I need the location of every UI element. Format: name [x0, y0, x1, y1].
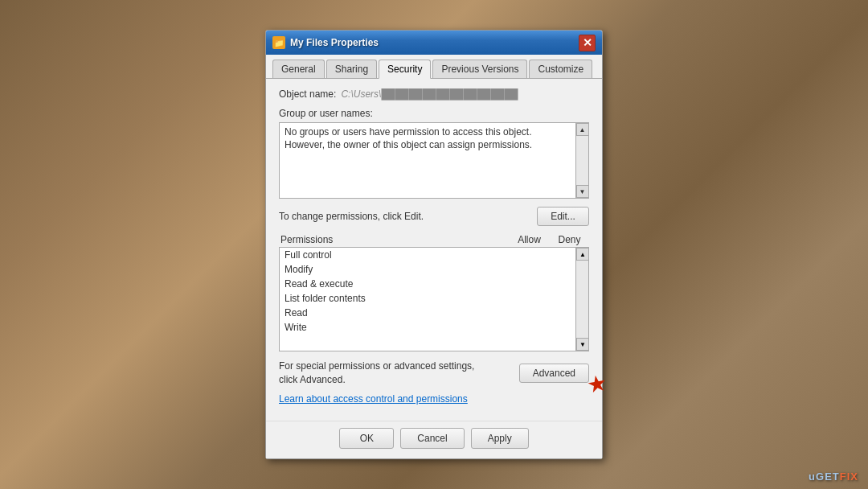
perm-read-execute: Read & execute: [280, 277, 588, 291]
group-section-label: Group or user names:: [279, 108, 589, 119]
permissions-col-header: Permissions: [280, 234, 507, 245]
tab-previous-versions[interactable]: Previous Versions: [432, 60, 527, 78]
tab-content: Object name: C:\Users\██████████████████…: [266, 79, 602, 421]
perm-name: List folder contents: [285, 293, 503, 304]
perm-name: Modify: [285, 264, 503, 275]
perm-full-control: Full control: [280, 248, 588, 262]
change-perms-text: To change permissions, click Edit.: [279, 211, 424, 222]
properties-dialog: 📁 My Files Properties ✕ General Sharing …: [265, 30, 603, 459]
perm-name: Write: [285, 322, 503, 333]
object-name-value: C:\Users\████████████████████: [341, 88, 518, 100]
group-list-text1: No groups or users have permission to ac…: [285, 126, 567, 138]
edit-button[interactable]: Edit...: [537, 207, 589, 226]
watermark-suffix: FIX: [840, 471, 858, 483]
object-name-label: Object name:: [279, 88, 336, 100]
scroll-up-arrow[interactable]: ▲: [576, 123, 589, 136]
tab-sharing[interactable]: Sharing: [326, 60, 377, 78]
apply-button[interactable]: Apply: [471, 428, 529, 449]
cancel-button[interactable]: Cancel: [400, 428, 464, 449]
permissions-listbox[interactable]: Full control Modify Read & execute List …: [279, 247, 589, 351]
tab-customize[interactable]: Customize: [529, 60, 592, 78]
tab-general[interactable]: General: [272, 60, 325, 78]
advanced-text: For special permissions or advanced sett…: [279, 360, 488, 387]
ok-button[interactable]: OK: [339, 428, 394, 449]
dialog-title: My Files Properties: [290, 37, 574, 48]
group-user-listbox[interactable]: No groups or users have permission to ac…: [279, 122, 589, 199]
advanced-button-wrap: Advanced ★: [519, 364, 589, 383]
learn-link[interactable]: Learn about access control and permissio…: [279, 393, 589, 405]
perm-scroll-up[interactable]: ▲: [576, 248, 589, 261]
object-name-row: Object name: C:\Users\██████████████████…: [279, 88, 589, 100]
tab-security[interactable]: Security: [379, 60, 431, 79]
close-button[interactable]: ✕: [579, 35, 596, 51]
allow-col-header: Allow: [507, 234, 551, 245]
perm-scroll-down[interactable]: ▼: [576, 338, 589, 351]
perm-read: Read: [280, 306, 588, 320]
tabs-bar: General Sharing Security Previous Versio…: [266, 55, 602, 79]
perm-write: Write: [280, 320, 588, 335]
scroll-down-arrow[interactable]: ▼: [576, 185, 589, 198]
perm-name: Read & execute: [285, 278, 503, 290]
advanced-row: For special permissions or advanced sett…: [279, 360, 589, 387]
perm-modify: Modify: [280, 262, 588, 277]
perm-list-folder: List folder contents: [280, 291, 588, 306]
perm-name: Read: [285, 307, 503, 318]
watermark: uGETFIX: [809, 471, 858, 483]
perm-scroll-track[interactable]: [576, 261, 588, 338]
dialog-footer: OK Cancel Apply: [266, 421, 602, 458]
title-bar: 📁 My Files Properties ✕: [266, 31, 602, 55]
watermark-prefix: uGET: [809, 471, 840, 483]
title-bar-icon: 📁: [272, 36, 285, 49]
scrollbar-track[interactable]: [576, 136, 588, 185]
perm-name: Full control: [285, 249, 503, 261]
change-perms-row: To change permissions, click Edit. Edit.…: [279, 207, 589, 226]
advanced-button[interactable]: Advanced: [519, 364, 589, 383]
perm-scrollbar[interactable]: ▲ ▼: [575, 248, 588, 351]
deny-col-header: Deny: [551, 234, 588, 245]
permissions-header: Permissions Allow Deny: [279, 234, 589, 245]
group-listbox-scrollbar[interactable]: ▲ ▼: [575, 123, 588, 198]
group-list-text2: However, the owner of this object can as…: [285, 139, 567, 150]
